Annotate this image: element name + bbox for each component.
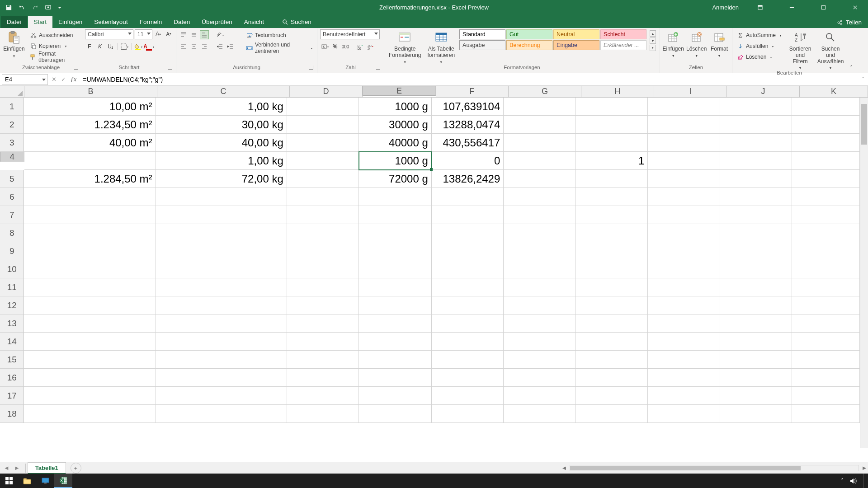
- cell[interactable]: [576, 387, 648, 405]
- share-button[interactable]: Teilen: [830, 17, 868, 28]
- tab-einfügen[interactable]: Einfügen: [52, 16, 88, 28]
- cell[interactable]: [359, 333, 432, 351]
- horizontal-scrollbar[interactable]: [570, 465, 859, 471]
- cell[interactable]: [287, 278, 359, 296]
- cell[interactable]: [792, 333, 860, 351]
- cell[interactable]: [432, 296, 504, 314]
- orientation-icon[interactable]: ab▾: [215, 30, 224, 39]
- gallery-up-icon[interactable]: ▲: [650, 30, 656, 37]
- cell[interactable]: [24, 387, 156, 405]
- cell[interactable]: [648, 116, 720, 134]
- font-name-select[interactable]: Calibri: [85, 29, 133, 39]
- fx-icon[interactable]: ƒx: [71, 76, 76, 83]
- cell[interactable]: [156, 405, 287, 423]
- cell[interactable]: [576, 296, 648, 314]
- cell[interactable]: [648, 224, 720, 242]
- cell[interactable]: 13288,0474: [432, 116, 504, 134]
- cell[interactable]: [24, 278, 156, 296]
- row-header[interactable]: 5: [0, 170, 24, 188]
- cell[interactable]: [287, 152, 359, 170]
- cell[interactable]: [720, 98, 793, 116]
- row-header[interactable]: 15: [0, 351, 24, 369]
- cell[interactable]: [432, 314, 504, 333]
- cell[interactable]: [156, 188, 287, 206]
- cell[interactable]: [792, 224, 860, 242]
- cell[interactable]: [504, 260, 576, 278]
- cell[interactable]: [24, 333, 156, 351]
- cell[interactable]: [156, 260, 287, 278]
- row-header[interactable]: 2: [0, 116, 24, 134]
- cell[interactable]: [720, 188, 793, 206]
- cell[interactable]: 40,00 m²: [24, 134, 156, 152]
- cell[interactable]: [720, 116, 793, 134]
- increase-decimal-icon[interactable]: ,0,00: [355, 42, 364, 51]
- cell[interactable]: [359, 224, 432, 242]
- cell[interactable]: [792, 134, 860, 152]
- cell[interactable]: [504, 224, 576, 242]
- cell[interactable]: [792, 152, 860, 170]
- cell[interactable]: [720, 387, 793, 405]
- redo-icon[interactable]: [32, 4, 38, 11]
- cell[interactable]: [576, 405, 648, 423]
- cell[interactable]: [359, 314, 432, 333]
- cell-style-option[interactable]: Gut: [506, 29, 552, 39]
- cell[interactable]: [287, 98, 359, 116]
- cell[interactable]: [504, 405, 576, 423]
- taskbar-app-icon[interactable]: [36, 474, 54, 488]
- cell[interactable]: [504, 242, 576, 260]
- cell[interactable]: [504, 387, 576, 405]
- cell[interactable]: [359, 387, 432, 405]
- cell[interactable]: [156, 278, 287, 296]
- cell[interactable]: [720, 369, 793, 387]
- tab-überprüfen[interactable]: Überprüfen: [196, 16, 238, 28]
- fill-color-button[interactable]: ▾: [134, 42, 143, 51]
- cell[interactable]: [432, 405, 504, 423]
- cell[interactable]: [648, 296, 720, 314]
- increase-indent-icon[interactable]: [226, 42, 235, 51]
- cell[interactable]: [720, 314, 793, 333]
- cell[interactable]: [504, 206, 576, 224]
- format-cells-button[interactable]: Format▼: [709, 29, 729, 58]
- cell[interactable]: [24, 188, 156, 206]
- cell[interactable]: [24, 314, 156, 333]
- font-color-button[interactable]: A▾: [144, 42, 153, 51]
- cell[interactable]: [576, 242, 648, 260]
- decrease-font-icon[interactable]: A▾: [164, 29, 173, 38]
- alignment-dialog-icon[interactable]: [309, 66, 313, 70]
- cell[interactable]: [24, 405, 156, 423]
- cell[interactable]: [156, 333, 287, 351]
- cell[interactable]: [432, 260, 504, 278]
- paste-button[interactable]: Einfügen ▼: [3, 29, 25, 58]
- cell[interactable]: [287, 134, 359, 152]
- tab-file[interactable]: Datei: [1, 16, 27, 28]
- cell[interactable]: [576, 188, 648, 206]
- cell-style-option[interactable]: Erklärender ...: [600, 40, 646, 50]
- cell-style-option[interactable]: Schlecht: [600, 29, 646, 39]
- cell[interactable]: [287, 369, 359, 387]
- clear-button[interactable]: Löschen▾: [735, 52, 783, 62]
- align-top-icon[interactable]: [179, 30, 188, 39]
- cell[interactable]: [720, 134, 793, 152]
- delete-cells-button[interactable]: Löschen▼: [686, 29, 707, 58]
- hscroll-right-icon[interactable]: ►: [861, 465, 868, 471]
- cell[interactable]: [287, 170, 359, 188]
- cell[interactable]: [156, 351, 287, 369]
- cut-button[interactable]: Ausschneiden: [28, 30, 79, 40]
- font-dialog-icon[interactable]: [168, 66, 172, 70]
- row-header[interactable]: 12: [0, 296, 24, 314]
- sheet-nav-next-icon[interactable]: ►: [14, 465, 20, 471]
- cell[interactable]: [648, 314, 720, 333]
- cell[interactable]: [792, 351, 860, 369]
- vertical-scrollbar[interactable]: [860, 98, 868, 448]
- close-button[interactable]: [844, 0, 865, 14]
- add-sheet-button[interactable]: ＋: [71, 463, 81, 474]
- row-header[interactable]: 11: [0, 278, 24, 296]
- cell[interactable]: [432, 369, 504, 387]
- cell[interactable]: [504, 116, 576, 134]
- collapse-ribbon-icon[interactable]: ˄: [846, 28, 856, 73]
- cell[interactable]: [287, 296, 359, 314]
- cell[interactable]: [648, 98, 720, 116]
- cell[interactable]: 1,00 kg: [156, 98, 287, 116]
- align-middle-icon[interactable]: [189, 30, 198, 39]
- sort-filter-button[interactable]: AZSortieren und Filtern▼: [786, 29, 815, 70]
